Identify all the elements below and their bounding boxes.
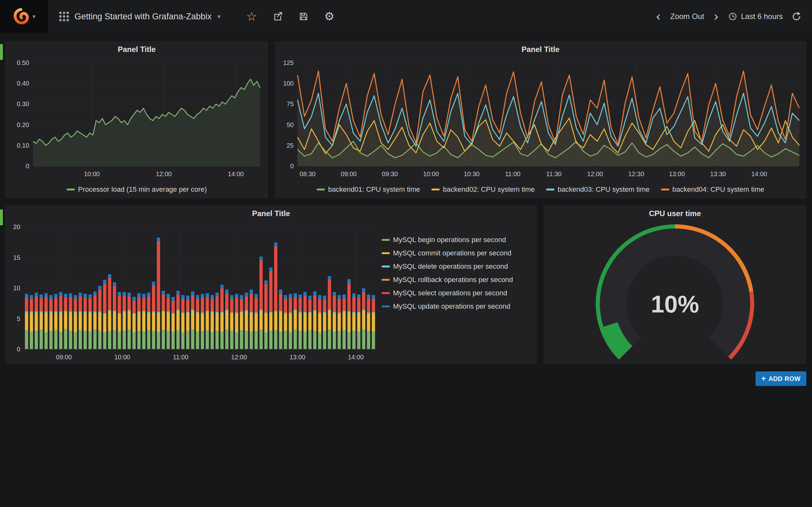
caret-down-icon: ▾ bbox=[32, 13, 36, 20]
legend-item[interactable]: MySQL update operations per second bbox=[382, 302, 510, 311]
star-dashboard-button[interactable]: ☆ bbox=[246, 10, 257, 22]
legend-item[interactable]: MySQL select operations per second bbox=[382, 289, 507, 297]
svg-text:0.20: 0.20 bbox=[17, 121, 29, 128]
time-controls: ‹ Zoom Out › Last 6 hours bbox=[655, 0, 812, 33]
legend-color-mark bbox=[382, 239, 390, 241]
legend-label: MySQL update operations per second bbox=[393, 302, 510, 311]
svg-text:100: 100 bbox=[283, 80, 294, 87]
svg-text:0.40: 0.40 bbox=[17, 80, 29, 87]
legend-item[interactable]: MySQL commit operations per second bbox=[382, 249, 511, 257]
svg-text:75: 75 bbox=[287, 101, 294, 107]
svg-text:25: 25 bbox=[287, 142, 294, 149]
chart-legend: MySQL begin operations per secondMySQL c… bbox=[382, 222, 537, 364]
svg-text:12:30: 12:30 bbox=[628, 170, 644, 177]
panel-cpu-system-time: Panel Title 025507510012508:3009:0009:30… bbox=[275, 41, 806, 199]
panel-title[interactable]: Panel Title bbox=[5, 41, 268, 58]
time-range-label: Last 6 hours bbox=[741, 12, 783, 21]
svg-text:11:00: 11:00 bbox=[505, 170, 520, 177]
row-menu-handle[interactable] bbox=[0, 44, 3, 60]
dashboard-title-dropdown[interactable]: Getting Started with Grafana-Zabbix ▾ bbox=[48, 0, 232, 33]
svg-text:5: 5 bbox=[17, 315, 20, 322]
svg-text:11:00: 11:00 bbox=[173, 354, 189, 360]
svg-text:12:00: 12:00 bbox=[587, 170, 603, 177]
refresh-button[interactable] bbox=[792, 12, 801, 21]
legend-label: backend03: CPU system time bbox=[558, 185, 650, 193]
cpu-user-time-gauge: 10% bbox=[544, 222, 806, 361]
legend-color-mark bbox=[382, 305, 390, 307]
time-shift-back-button[interactable]: ‹ bbox=[655, 10, 661, 23]
panel-title[interactable]: Panel Title bbox=[275, 41, 806, 58]
svg-text:0.30: 0.30 bbox=[17, 101, 29, 107]
dashboard-grid-icon bbox=[59, 12, 69, 21]
panel-title[interactable]: CPU user time bbox=[544, 205, 806, 222]
legend-color-mark bbox=[661, 188, 669, 190]
star-icon: ☆ bbox=[246, 10, 257, 22]
row-menu-handle[interactable] bbox=[0, 210, 3, 225]
legend-item[interactable]: backend03: CPU system time bbox=[546, 185, 650, 193]
legend-item[interactable]: MySQL begin operations per second bbox=[382, 236, 506, 244]
legend-item[interactable]: backend04: CPU system time bbox=[661, 185, 764, 193]
svg-text:10:00: 10:00 bbox=[84, 170, 100, 177]
zoom-out-button[interactable]: Zoom Out bbox=[670, 12, 704, 21]
legend-label: backend01: CPU system time bbox=[328, 185, 420, 193]
zoom-out-label: Zoom Out bbox=[670, 12, 704, 21]
time-range-picker[interactable]: Last 6 hours bbox=[728, 12, 783, 21]
panel-mysql-operations: Panel Title 0510152009:0010:0011:0012:00… bbox=[5, 205, 537, 364]
svg-text:0: 0 bbox=[26, 163, 29, 170]
legend-label: backend04: CPU system time bbox=[672, 185, 764, 193]
share-icon bbox=[273, 11, 283, 21]
navbar-spacer bbox=[349, 0, 655, 33]
share-dashboard-button[interactable] bbox=[273, 11, 283, 21]
legend-label: Processor load (15 min average per core) bbox=[78, 185, 207, 193]
svg-text:50: 50 bbox=[287, 121, 294, 128]
navbar: ▾ Getting Started with Grafana-Zabbix ▾ … bbox=[0, 0, 812, 33]
processor-load-line-chart[interactable]: 00.100.200.300.400.5010:0012:0014:00 bbox=[5, 58, 268, 181]
panel-title[interactable]: Panel Title bbox=[5, 205, 537, 222]
legend-label: MySQL begin operations per second bbox=[393, 236, 506, 244]
legend-label: MySQL commit operations per second bbox=[393, 249, 511, 257]
dashboard-title: Getting Started with Grafana-Zabbix bbox=[74, 12, 212, 21]
legend-color-mark bbox=[546, 188, 554, 190]
svg-text:0.50: 0.50 bbox=[17, 59, 29, 66]
svg-text:15: 15 bbox=[13, 254, 20, 261]
svg-text:13:00: 13:00 bbox=[669, 170, 685, 177]
cpu-system-time-line-chart[interactable]: 025507510012508:3009:0009:3010:0010:3011… bbox=[275, 58, 806, 181]
grafana-logo-icon bbox=[12, 8, 30, 25]
svg-text:12:00: 12:00 bbox=[231, 354, 247, 360]
legend-item[interactable]: backend02: CPU system time bbox=[432, 185, 535, 193]
panel-cpu-user-time: CPU user time 10% bbox=[544, 205, 806, 364]
dashboard-actions: ☆ ⚙ bbox=[232, 0, 348, 33]
svg-text:08:30: 08:30 bbox=[300, 170, 316, 177]
legend-item[interactable]: backend01: CPU system time bbox=[316, 185, 420, 193]
legend-color-mark bbox=[382, 252, 390, 254]
svg-text:14:00: 14:00 bbox=[228, 170, 244, 177]
legend-label: MySQL select operations per second bbox=[393, 289, 507, 297]
legend-color-mark bbox=[432, 188, 440, 190]
grafana-main-menu[interactable]: ▾ bbox=[0, 0, 48, 33]
plus-icon: + bbox=[761, 375, 766, 383]
clock-icon bbox=[728, 12, 737, 21]
dashboard-settings-button[interactable]: ⚙ bbox=[324, 11, 334, 22]
save-dashboard-button[interactable] bbox=[299, 12, 308, 21]
svg-text:14:00: 14:00 bbox=[751, 170, 767, 177]
svg-text:12:00: 12:00 bbox=[156, 170, 171, 177]
svg-text:10:00: 10:00 bbox=[423, 170, 439, 177]
svg-text:10%: 10% bbox=[651, 291, 699, 318]
legend-item[interactable]: MySQL delete operations per second bbox=[382, 262, 508, 271]
svg-text:11:30: 11:30 bbox=[546, 170, 562, 177]
legend-label: backend02: CPU system time bbox=[443, 185, 535, 193]
svg-text:09:30: 09:30 bbox=[382, 170, 398, 177]
dashboard-canvas: Panel Title 00.100.200.300.400.5010:0012… bbox=[0, 33, 812, 507]
svg-text:10: 10 bbox=[13, 285, 20, 291]
time-shift-forward-button[interactable]: › bbox=[713, 10, 719, 23]
svg-text:09:00: 09:00 bbox=[341, 170, 357, 177]
chevron-right-icon: › bbox=[713, 10, 719, 23]
add-row-button[interactable]: + ADD ROW bbox=[756, 372, 806, 386]
legend-label: MySQL delete operations per second bbox=[393, 262, 508, 271]
legend-item[interactable]: Processor load (15 min average per core) bbox=[67, 185, 207, 193]
svg-text:0.10: 0.10 bbox=[17, 142, 29, 149]
legend-item[interactable]: MySQL rollback operations per second bbox=[382, 276, 513, 284]
svg-text:125: 125 bbox=[283, 59, 294, 66]
chevron-left-icon: ‹ bbox=[655, 10, 661, 23]
mysql-operations-bar-chart[interactable]: 0510152009:0010:0011:0012:0013:0014:00 bbox=[5, 222, 382, 364]
